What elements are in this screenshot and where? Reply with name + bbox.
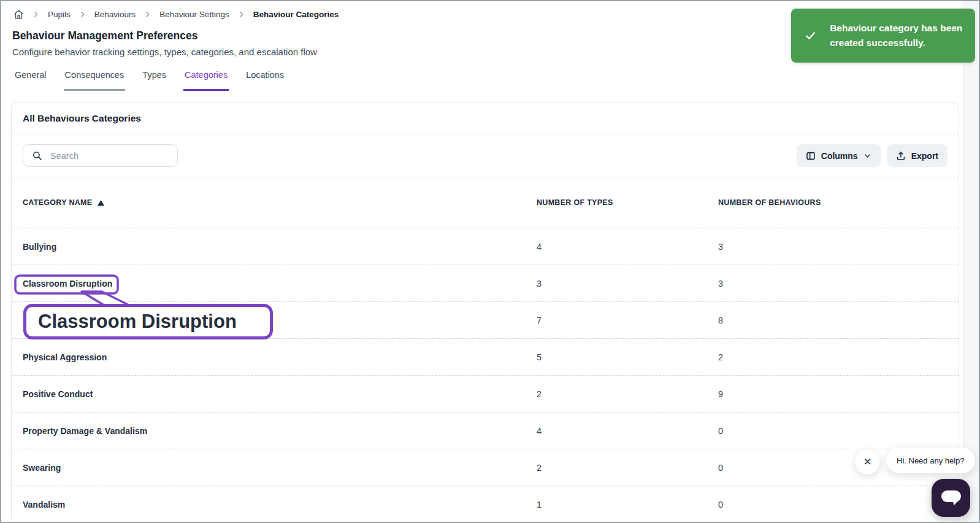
chat-launcher-button[interactable] <box>932 479 970 517</box>
tab-types[interactable]: Types <box>141 68 167 91</box>
number-of-types-cell: 5 <box>537 352 718 362</box>
tab-general[interactable]: General <box>13 68 48 91</box>
number-of-types-cell: 3 <box>537 279 718 289</box>
table-row[interactable]: Physical Aggression 5 2 <box>12 339 959 376</box>
column-header-number-of-behaviours[interactable]: Number of Behaviours <box>718 198 959 207</box>
number-of-behaviours-cell: 0 <box>718 500 959 509</box>
number-of-behaviours-cell: 2 <box>718 352 959 362</box>
behaviour-categories-card: All Behaviours Categories Columns <box>11 102 959 523</box>
tab-locations[interactable]: Locations <box>245 68 285 91</box>
category-name-cell: Physical Aggression <box>23 352 537 362</box>
number-of-behaviours-cell: 3 <box>718 279 959 289</box>
home-icon[interactable] <box>13 9 24 20</box>
breadcrumb-item-behaviour-categories[interactable]: Behaviour Categories <box>253 10 339 19</box>
table-row[interactable]: Vandalism 1 0 <box>12 486 959 523</box>
number-of-types-cell: 7 <box>537 316 718 325</box>
category-name-cell: Property Damage & Vandalism <box>23 426 537 436</box>
chevron-right-icon <box>237 10 245 18</box>
table-row[interactable]: Bullying 4 3 <box>12 228 959 265</box>
chevron-right-icon <box>78 10 86 18</box>
check-icon <box>806 29 815 42</box>
column-header-number-of-types[interactable]: Number of Types <box>537 198 718 207</box>
scrollbar-track[interactable] <box>963 1 979 522</box>
table-row[interactable]: Positive Conduct 2 9 <box>12 376 959 413</box>
column-header-label: Category Name <box>23 198 92 207</box>
number-of-types-cell: 4 <box>537 242 718 252</box>
tab-categories[interactable]: Categories <box>183 68 229 91</box>
category-name-cell: Vandalism <box>23 500 537 509</box>
number-of-types-cell: 4 <box>537 426 718 436</box>
search-box[interactable] <box>23 144 178 167</box>
chat-bubble-icon <box>940 488 962 508</box>
chevron-right-icon <box>144 10 151 18</box>
number-of-behaviours-cell: 9 <box>718 389 959 399</box>
category-name-cell: Swearing <box>23 463 537 473</box>
breadcrumb-item-behaviours[interactable]: Behaviours <box>94 10 136 19</box>
number-of-behaviours-cell: 3 <box>718 242 959 252</box>
category-name-cell: Positive Conduct <box>23 389 537 399</box>
breadcrumb-item-behaviour-settings[interactable]: Behaviour Settings <box>159 10 229 19</box>
search-icon <box>32 150 42 161</box>
search-input[interactable] <box>50 151 171 161</box>
number-of-types-cell: 2 <box>537 463 718 473</box>
table-row[interactable]: 7 8 <box>12 302 959 339</box>
table-row[interactable]: Swearing 2 0 <box>12 449 959 486</box>
table-header-row: Category Name Number of Types Number of … <box>12 177 959 228</box>
table-toolbar: Columns Export <box>12 134 959 177</box>
columns-button-label: Columns <box>821 151 858 161</box>
export-button[interactable]: Export <box>887 144 947 167</box>
card-title: All Behaviours Categories <box>12 103 959 134</box>
chat-help-bubble[interactable]: Hi. Need any help? <box>886 447 975 473</box>
number-of-types-cell: 2 <box>537 389 718 399</box>
sort-asc-icon <box>98 200 104 206</box>
tab-consequences[interactable]: Consequences <box>64 68 126 91</box>
export-button-label: Export <box>911 151 938 161</box>
columns-button[interactable]: Columns <box>797 144 881 167</box>
table-row[interactable]: Classroom Disruption 3 3 <box>12 265 959 302</box>
export-icon <box>896 151 906 161</box>
tab-bar: General Consequences Types Categories Lo… <box>1 68 979 91</box>
category-name-cell: Classroom Disruption <box>23 279 537 289</box>
success-toast: Behaviour category has been created succ… <box>791 9 975 63</box>
category-name-cell: Bullying <box>23 242 537 252</box>
toast-message: Behaviour category has been created succ… <box>830 21 964 50</box>
chevron-down-icon <box>863 152 871 160</box>
column-header-category-name[interactable]: Category Name <box>23 198 537 207</box>
breadcrumb-item-pupils[interactable]: Pupils <box>48 10 71 19</box>
columns-icon <box>806 151 816 161</box>
number-of-behaviours-cell: 0 <box>718 426 959 436</box>
table-body: Bullying 4 3 Classroom Disruption 3 3 7 … <box>12 228 959 523</box>
number-of-behaviours-cell: 8 <box>718 316 959 325</box>
chat-close-button[interactable]: ✕ <box>855 449 880 475</box>
number-of-types-cell: 1 <box>537 500 718 509</box>
chevron-right-icon <box>32 10 40 18</box>
table-row[interactable]: Property Damage & Vandalism 4 0 <box>12 413 959 449</box>
